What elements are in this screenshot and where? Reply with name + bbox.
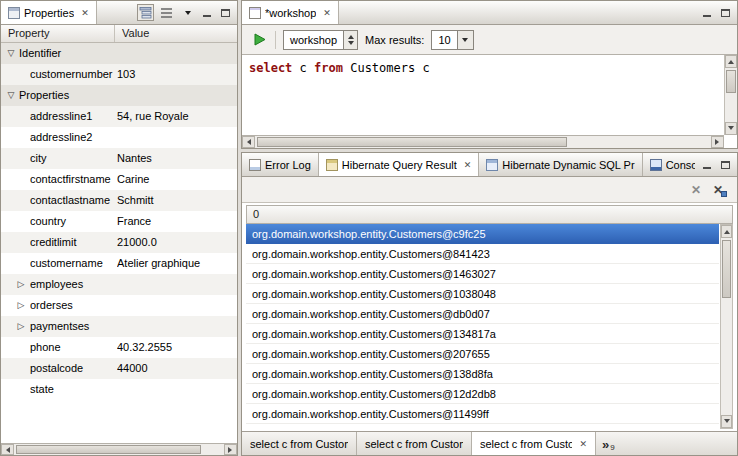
- property-name: addressline2: [30, 127, 114, 148]
- show-tree-icon[interactable]: [137, 4, 154, 21]
- scroll-down-icon[interactable]: [721, 415, 732, 428]
- property-value: Atelier graphique: [117, 253, 235, 274]
- property-row[interactable]: ▷ paymentses: [1, 316, 237, 337]
- property-row[interactable]: addressline2: [1, 127, 237, 148]
- view-tab[interactable]: Hibernate Query Result: [319, 153, 480, 176]
- close-icon[interactable]: [81, 8, 89, 18]
- property-name: addressline1: [30, 106, 114, 127]
- expander-icon[interactable]: ▷: [14, 274, 28, 295]
- view-tab[interactable]: Console: [643, 153, 695, 176]
- column-value[interactable]: Value: [115, 25, 149, 42]
- editor-horizontal-scrollbar[interactable]: [242, 135, 724, 148]
- close-icon[interactable]: [464, 160, 472, 170]
- tab-workshop-editor[interactable]: *workshop: [242, 1, 339, 24]
- property-name: creditlimit: [30, 232, 114, 253]
- maximize-icon[interactable]: [218, 6, 232, 20]
- scroll-right-icon[interactable]: [711, 136, 724, 148]
- result-row[interactable]: org.domain.workshop.entity.Customers@114…: [246, 404, 719, 424]
- categories-glyph: [160, 6, 173, 19]
- result-row[interactable]: org.domain.workshop.entity.Customers@138…: [246, 364, 719, 384]
- property-row[interactable]: postalcode 44000: [1, 358, 237, 379]
- minimize-icon[interactable]: [200, 6, 214, 20]
- close-all-query-pages-icon[interactable]: [713, 184, 723, 196]
- scroll-left-icon[interactable]: [1, 444, 14, 455]
- combo-spinner-icon[interactable]: [343, 31, 357, 49]
- hql-keyword: from: [314, 61, 343, 75]
- scrollbar-thumb[interactable]: [722, 240, 731, 298]
- close-query-page-icon[interactable]: [691, 184, 701, 196]
- property-row[interactable]: country France: [1, 211, 237, 232]
- expander-icon[interactable]: ▷: [14, 295, 28, 316]
- show-categories-icon[interactable]: [158, 4, 175, 21]
- tree-glyph: [139, 6, 152, 19]
- query-name-combo[interactable]: workshop: [283, 30, 358, 50]
- result-column-header[interactable]: 0: [246, 205, 733, 224]
- scroll-up-icon[interactable]: [725, 55, 737, 68]
- property-row[interactable]: contactfirstname Carine: [1, 169, 237, 190]
- maximize-icon[interactable]: [718, 158, 732, 172]
- max-results-combo[interactable]: 10: [431, 30, 473, 50]
- properties-tabbar: Properties: [1, 1, 237, 25]
- column-property[interactable]: Property: [1, 25, 115, 42]
- hql-toolbar: workshop Max results: 10: [242, 25, 737, 55]
- scrollbar-thumb[interactable]: [257, 137, 567, 147]
- scroll-down-icon[interactable]: [725, 122, 737, 135]
- result-row[interactable]: org.domain.workshop.entity.Customers@c9f…: [246, 224, 719, 244]
- close-icon[interactable]: [579, 439, 587, 449]
- minimize-icon[interactable]: [700, 6, 714, 20]
- scroll-left-icon[interactable]: [242, 136, 255, 148]
- query-page-tab[interactable]: select c from Custom: [242, 432, 357, 455]
- expander-icon[interactable]: ▷: [14, 316, 28, 337]
- editor-vertical-scrollbar[interactable]: [724, 55, 737, 135]
- scrollbar-thumb[interactable]: [16, 445, 201, 454]
- expander-icon[interactable]: ▽: [4, 43, 18, 64]
- expander-icon[interactable]: ▽: [4, 85, 18, 106]
- tab-overflow-chevron[interactable]: 9: [596, 432, 621, 455]
- results-vertical-scrollbar[interactable]: [720, 224, 733, 429]
- hql-keyword: select: [249, 61, 292, 75]
- property-name: employees: [30, 274, 114, 295]
- query-page-tab[interactable]: select c from Custom: [472, 432, 596, 455]
- property-row[interactable]: ▽ Identifier: [1, 43, 237, 64]
- property-row[interactable]: ▷ employees: [1, 274, 237, 295]
- result-row[interactable]: org.domain.workshop.entity.Customers@db0…: [246, 304, 719, 324]
- result-row[interactable]: org.domain.workshop.entity.Customers@134…: [246, 324, 719, 344]
- run-query-button[interactable]: [250, 31, 268, 49]
- view-menu-icon[interactable]: [179, 4, 196, 21]
- view-tab-icon: [326, 159, 338, 171]
- result-row[interactable]: org.domain.workshop.entity.Customers@103…: [246, 284, 719, 304]
- query-page-tab[interactable]: select c from Custom: [357, 432, 472, 455]
- hql-text: Customers c: [343, 61, 430, 75]
- property-row[interactable]: customernumber 103: [1, 64, 237, 85]
- property-name: Identifier: [19, 43, 229, 64]
- properties-horizontal-scrollbar[interactable]: [1, 443, 237, 455]
- hql-editor-area[interactable]: select c from Customers c: [242, 55, 737, 148]
- scrollbar-thumb[interactable]: [726, 70, 736, 93]
- close-icon[interactable]: [323, 8, 331, 18]
- property-value: France: [117, 211, 235, 232]
- property-row[interactable]: ▽ Properties: [1, 85, 237, 106]
- maximize-icon[interactable]: [718, 6, 732, 20]
- property-row[interactable]: customername Atelier graphique: [1, 253, 237, 274]
- dropdown-arrow-icon[interactable]: [457, 31, 473, 49]
- hql-code[interactable]: select c from Customers c: [249, 61, 430, 75]
- tab-properties[interactable]: Properties: [1, 1, 97, 24]
- property-row[interactable]: creditlimit 21000.0: [1, 232, 237, 253]
- property-row[interactable]: phone 40.32.2555: [1, 337, 237, 358]
- result-row[interactable]: org.domain.workshop.entity.Customers@841…: [246, 244, 719, 264]
- view-tab[interactable]: Error Log: [242, 153, 319, 176]
- query-page-tabbar: select c from Custom select c from Custo…: [242, 431, 737, 455]
- minimize-icon[interactable]: [700, 158, 714, 172]
- property-row[interactable]: contactlastname Schmitt: [1, 190, 237, 211]
- result-row[interactable]: org.domain.workshop.entity.Customers@12d…: [246, 384, 719, 404]
- scroll-right-icon[interactable]: [224, 444, 237, 455]
- properties-icon: [8, 7, 20, 19]
- view-tab[interactable]: Hibernate Dynamic SQL Pr: [479, 153, 642, 176]
- result-row[interactable]: org.domain.workshop.entity.Customers@146…: [246, 264, 719, 284]
- property-row[interactable]: addressline1 54, rue Royale: [1, 106, 237, 127]
- property-row[interactable]: city Nantes: [1, 148, 237, 169]
- scroll-up-icon[interactable]: [721, 225, 732, 238]
- property-row[interactable]: ▷ orderses: [1, 295, 237, 316]
- property-row[interactable]: state: [1, 379, 237, 400]
- result-row[interactable]: org.domain.workshop.entity.Customers@207…: [246, 344, 719, 364]
